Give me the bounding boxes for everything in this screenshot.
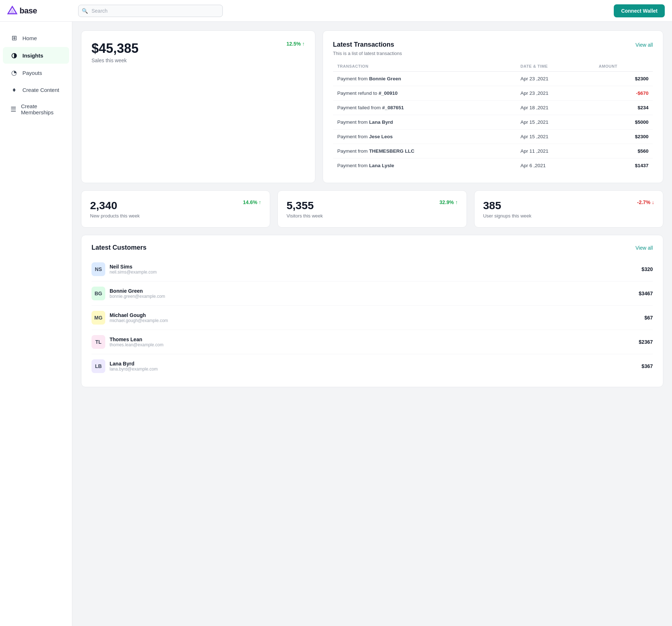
tx-amount: $560 (595, 144, 653, 158)
tx-date: Apr 11 ,2021 (516, 144, 594, 158)
sidebar-item-home[interactable]: ⊞ Home (3, 30, 69, 46)
customer-left-2: MG Michael Gough michael.gough@example.c… (92, 311, 168, 325)
main-content: $45,385 Sales this week 12.5% ↑ Latest T… (72, 22, 672, 626)
table-row: Payment from Bonnie Green Apr 23 ,2021 $… (333, 72, 653, 86)
create-content-icon: ♦ (10, 86, 18, 94)
tx-date: Apr 15 ,2021 (516, 130, 594, 144)
stat-card-0: 2,340 New products this week 14.6% ↑ (81, 190, 270, 228)
create-memberships-icon: ☰ (10, 105, 17, 113)
customer-amount-1: $3467 (639, 291, 653, 296)
transactions-subtitle: This is a list of latest transactions (333, 51, 653, 56)
tx-description: Payment from Jese Leos (333, 130, 516, 144)
tx-amount: $5000 (595, 115, 653, 130)
stat-label-2: User signups this week (483, 213, 532, 219)
tx-description: Payment from THEMESBERG LLC (333, 144, 516, 158)
sidebar-item-create-memberships[interactable]: ☰ Create Memberships (3, 99, 69, 120)
avatar-4: LB (92, 359, 105, 373)
transactions-title: Latest Transactions (333, 41, 394, 48)
payouts-icon: ◔ (10, 69, 18, 77)
tx-description: Payment from Lana Lysle (333, 158, 516, 173)
tx-amount: $234 (595, 101, 653, 115)
customer-row-0: NS Neil Sims neil.sims@example.com $320 (92, 257, 653, 282)
home-icon: ⊞ (10, 34, 18, 42)
sidebar-label-create-content: Create Content (22, 87, 59, 93)
search-input[interactable] (78, 5, 223, 17)
stat-number-0: 2,340 (90, 199, 140, 212)
tx-date: Apr 15 ,2021 (516, 115, 594, 130)
table-row: Payment from Lana Byrd Apr 15 ,2021 $500… (333, 115, 653, 130)
customer-name-2: Michael Gough (110, 312, 168, 318)
table-row: Payment from Lana Lysle Apr 6 ,2021 $143… (333, 158, 653, 173)
tx-description: Payment refund to #_00910 (333, 86, 516, 101)
sidebar-label-insights: Insights (22, 52, 43, 59)
brand-icon (7, 6, 17, 16)
connect-wallet-button[interactable]: Connect Wallet (614, 4, 665, 17)
customers-title: Latest Customers (92, 244, 146, 251)
customer-left-3: TL Thomes Lean thomes.lean@example.com (92, 335, 163, 349)
tx-amount: -$670 (595, 86, 653, 101)
customer-name-1: Bonnie Green (110, 288, 165, 294)
tx-amount: $2300 (595, 130, 653, 144)
customers-card: Latest Customers View all NS Neil Sims n… (81, 235, 663, 387)
customer-row-4: LB Lana Byrd lana.byrd@example.com $367 (92, 354, 653, 378)
logo: base (7, 6, 72, 16)
table-row: Payment from THEMESBERG LLC Apr 11 ,2021… (333, 144, 653, 158)
topbar: base 🔍 Connect Wallet (0, 0, 672, 22)
sales-card: $45,385 Sales this week 12.5% ↑ (81, 30, 315, 183)
customer-info-3: Thomes Lean thomes.lean@example.com (110, 337, 163, 347)
stat-header-0: 2,340 New products this week 14.6% ↑ (90, 199, 261, 219)
customer-left-1: BG Bonnie Green bonnie.green@example.com (92, 287, 165, 300)
tx-date: Apr 23 ,2021 (516, 86, 594, 101)
customer-amount-2: $67 (645, 315, 653, 321)
search-wrap: 🔍 (78, 5, 223, 17)
customer-left-4: LB Lana Byrd lana.byrd@example.com (92, 359, 158, 373)
customer-amount-0: $320 (642, 266, 653, 272)
sidebar: ⊞ Home ◑ Insights ◔ Payouts ♦ Create Con… (0, 22, 72, 626)
customer-email-3: thomes.lean@example.com (110, 342, 163, 347)
sales-label: Sales this week (92, 58, 139, 63)
sidebar-item-insights[interactable]: ◑ Insights (3, 47, 69, 64)
tx-description: Payment from Bonnie Green (333, 72, 516, 86)
customer-info-1: Bonnie Green bonnie.green@example.com (110, 288, 165, 299)
stat-badge-0: 14.6% ↑ (243, 199, 261, 205)
customer-amount-3: $2367 (639, 339, 653, 345)
brand-name: base (20, 6, 37, 16)
sidebar-label-create-memberships: Create Memberships (21, 103, 62, 115)
customer-row-1: BG Bonnie Green bonnie.green@example.com… (92, 282, 653, 306)
tx-col-date-&-time: DATE & TIME (516, 61, 594, 72)
sidebar-label-home: Home (22, 35, 37, 41)
customer-name-3: Thomes Lean (110, 337, 163, 342)
stat-number-block-0: 2,340 New products this week (90, 199, 140, 219)
tx-date: Apr 18 ,2021 (516, 101, 594, 115)
insights-icon: ◑ (10, 51, 18, 59)
table-row: Payment from Jese Leos Apr 15 ,2021 $230… (333, 130, 653, 144)
avatar-0: NS (92, 262, 105, 276)
table-row: Payment refund to #_00910 Apr 23 ,2021 -… (333, 86, 653, 101)
customers-view-all[interactable]: View all (635, 245, 653, 251)
transactions-card: Latest Transactions View all This is a l… (323, 30, 663, 183)
transactions-view-all[interactable]: View all (635, 42, 653, 48)
customer-name-0: Neil Sims (110, 264, 157, 270)
customer-left-0: NS Neil Sims neil.sims@example.com (92, 262, 157, 276)
customer-info-0: Neil Sims neil.sims@example.com (110, 264, 157, 275)
tx-date: Apr 23 ,2021 (516, 72, 594, 86)
customers-list: NS Neil Sims neil.sims@example.com $320 … (92, 257, 653, 378)
sales-header: $45,385 Sales this week 12.5% ↑ (92, 41, 305, 63)
customer-info-4: Lana Byrd lana.byrd@example.com (110, 361, 158, 372)
tx-date: Apr 6 ,2021 (516, 158, 594, 173)
tx-amount: $2300 (595, 72, 653, 86)
stat-header-1: 5,355 Visitors this week 32.9% ↑ (286, 199, 458, 219)
stat-label-1: Visitors this week (286, 213, 323, 219)
customer-email-1: bonnie.green@example.com (110, 294, 165, 299)
row-2: 2,340 New products this week 14.6% ↑ 5,3… (81, 190, 663, 228)
sidebar-item-payouts[interactable]: ◔ Payouts (3, 64, 69, 81)
customer-email-2: michael.gough@example.com (110, 318, 168, 323)
stat-number-block-2: 385 User signups this week (483, 199, 532, 219)
sales-badge: 12.5% ↑ (286, 41, 305, 47)
customer-email-4: lana.byrd@example.com (110, 367, 158, 372)
customer-name-4: Lana Byrd (110, 361, 158, 367)
stat-label-0: New products this week (90, 213, 140, 219)
transactions-table: TRANSACTIONDATE & TIMEAMOUNT Payment fro… (333, 61, 653, 173)
stat-number-1: 5,355 (286, 199, 323, 212)
sidebar-item-create-content[interactable]: ♦ Create Content (3, 82, 69, 98)
